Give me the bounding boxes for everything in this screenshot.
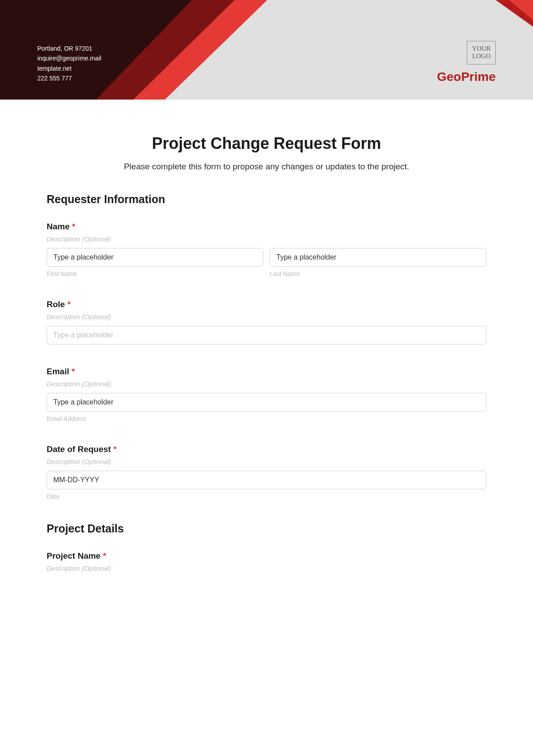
contact-address: Portland, OR 97201 xyxy=(37,44,101,53)
email-input[interactable] xyxy=(47,393,486,412)
first-name-input[interactable] xyxy=(47,248,263,267)
logo-line: LOGO xyxy=(472,52,491,60)
section-requester-heading: Requester Information xyxy=(47,193,486,206)
sub-label: Email Address xyxy=(47,415,486,422)
section-project-heading: Project Details xyxy=(47,522,486,535)
field-date: Date of Request * Description (Optional)… xyxy=(47,444,486,500)
contact-phone: 222 555 777 xyxy=(37,73,101,83)
logo-line: YOUR xyxy=(472,45,491,52)
form-content: Project Change Request Form Please compl… xyxy=(0,100,533,595)
date-input[interactable] xyxy=(47,471,486,489)
field-name: Name * Description (Optional) First Name… xyxy=(47,222,486,277)
field-project-name: Project Name * Description (Optional) xyxy=(47,551,486,572)
brand-area: YOUR LOGO GeoPrime xyxy=(437,41,496,84)
header-banner: Portland, OR 97201 inquire@geoprime.mail… xyxy=(0,0,533,100)
field-label: Role * xyxy=(47,300,486,309)
last-name-input[interactable] xyxy=(270,248,486,267)
required-marker: * xyxy=(103,551,106,560)
field-description: Description (Optional) xyxy=(47,564,486,572)
sub-label: Last Name xyxy=(270,270,486,277)
field-description: Description (Optional) xyxy=(47,380,486,388)
field-label: Name * xyxy=(47,222,486,232)
brand-name: GeoPrime xyxy=(437,70,496,84)
field-role: Role * Description (Optional) xyxy=(47,300,486,344)
logo-placeholder: YOUR LOGO xyxy=(467,41,496,64)
field-label: Email * xyxy=(47,367,486,376)
role-input[interactable] xyxy=(47,326,486,344)
required-marker: * xyxy=(67,300,70,309)
required-marker: * xyxy=(72,222,75,231)
field-description: Description (Optional) xyxy=(47,235,486,243)
form-instruction: Please complete this form to propose any… xyxy=(47,162,486,172)
field-description: Description (Optional) xyxy=(47,458,486,465)
form-title: Project Change Request Form xyxy=(47,134,486,153)
contact-website: template.net xyxy=(37,64,101,73)
field-label: Date of Request * xyxy=(47,444,486,454)
field-description: Description (Optional) xyxy=(47,313,486,320)
sub-label: Date xyxy=(47,493,486,500)
required-marker: * xyxy=(72,367,75,376)
contact-email: inquire@geoprime.mail xyxy=(37,53,101,63)
field-email: Email * Description (Optional) Email Add… xyxy=(47,367,486,422)
field-label: Project Name * xyxy=(47,551,486,561)
contact-info: Portland, OR 97201 inquire@geoprime.mail… xyxy=(37,44,101,84)
sub-label: First Name xyxy=(47,270,263,277)
required-marker: * xyxy=(113,444,116,454)
